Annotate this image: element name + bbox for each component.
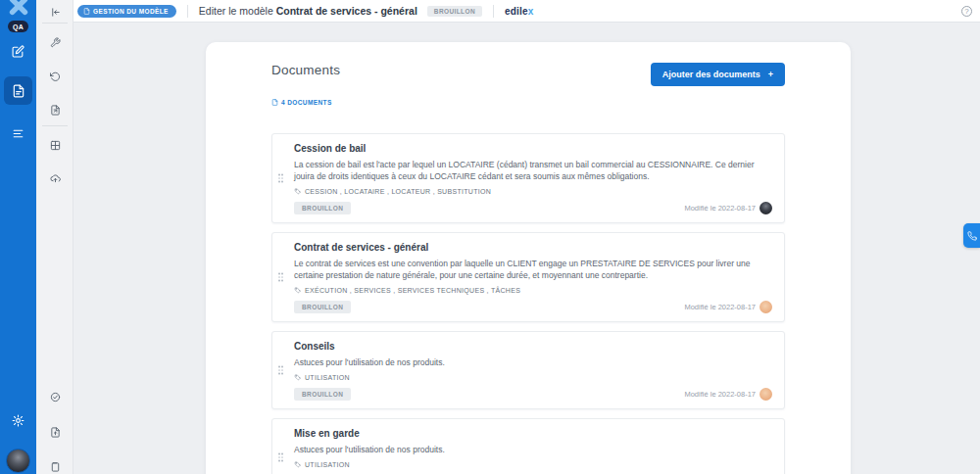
document-card[interactable]: Contrat de services - général Le contrat… xyxy=(271,232,785,322)
rail-item-import-file[interactable] xyxy=(36,422,74,442)
gear-icon xyxy=(12,414,24,427)
check-circle-icon xyxy=(50,392,61,403)
document-title: Contrat de services - général xyxy=(294,242,772,253)
tag-icon xyxy=(294,461,301,468)
support-widget-button[interactable] xyxy=(963,223,980,248)
tag-icon xyxy=(294,287,301,294)
document-card[interactable]: Conseils Astuces pour l'utilisation de n… xyxy=(271,331,785,409)
documents-count-link[interactable]: 4 DOCUMENTS xyxy=(271,99,332,106)
file-up-icon xyxy=(50,427,61,438)
rail-item-cloud-upload[interactable] xyxy=(36,168,74,188)
document-status-badge: BROUILLON xyxy=(294,301,351,313)
rail-divider xyxy=(42,125,68,126)
editor-avatar xyxy=(760,301,772,313)
grid-icon xyxy=(50,140,61,151)
user-avatar[interactable] xyxy=(6,449,30,473)
document-title: Conseils xyxy=(294,341,772,352)
document-title: Mise en garde xyxy=(294,428,772,439)
context-badge[interactable]: GESTION DU MODÈLE xyxy=(77,5,176,18)
topbar-divider xyxy=(187,5,188,18)
rail-item-tools[interactable] xyxy=(36,32,74,52)
document-description: Le contrat de services est une conventio… xyxy=(294,258,764,281)
document-description: Astuces pour l'utilisation de nos produi… xyxy=(294,444,764,455)
file-arrow-icon xyxy=(50,105,61,116)
topbar-divider xyxy=(493,5,494,18)
help-icon[interactable]: ? xyxy=(961,6,972,17)
rail-item-grid[interactable] xyxy=(36,135,74,155)
rail-item-validate[interactable] xyxy=(36,387,74,406)
document-card[interactable]: Mise en garde Astuces pour l'utilisation… xyxy=(271,418,785,474)
rail-item-history[interactable] xyxy=(36,67,74,86)
brand-logo: edilex xyxy=(505,6,534,17)
app-logo-icon xyxy=(8,0,29,17)
document-description: Astuces pour l'utilisation de nos produi… xyxy=(294,356,764,368)
sidebar-item-templates-active[interactable] xyxy=(4,76,32,105)
tag-icon xyxy=(294,188,301,195)
tag-icon xyxy=(294,374,301,381)
template-document-icon xyxy=(12,84,25,98)
document-modified: Modifié le 2022-08-17 xyxy=(684,388,772,401)
document-tags: EXÉCUTION , SERVICES , SERVICES TECHNIQU… xyxy=(294,287,772,294)
qa-environment-badge: QA xyxy=(8,21,28,32)
clipboard-icon xyxy=(50,461,61,472)
sidebar-item-list[interactable] xyxy=(0,122,36,144)
add-documents-button[interactable]: Ajouter des documents+ xyxy=(651,63,785,86)
document-tags: UTILISATION xyxy=(294,461,772,468)
secondary-toolbar xyxy=(36,0,74,474)
collapse-left-icon xyxy=(50,7,61,18)
plus-icon: + xyxy=(768,70,773,79)
context-badge-label: GESTION DU MODÈLE xyxy=(93,8,169,15)
document-description: La cession de bail est l'acte par lequel… xyxy=(294,159,764,182)
sidebar-item-edit-document[interactable] xyxy=(0,40,36,62)
drag-handle-icon[interactable] xyxy=(278,273,283,282)
document-icon xyxy=(83,8,90,15)
drag-handle-icon[interactable] xyxy=(278,366,283,375)
document-list: Cession de bail La cession de bail est l… xyxy=(271,133,785,474)
rail-divider xyxy=(42,23,68,24)
page-title: Editer le modèle Contrat de services - g… xyxy=(199,5,417,17)
document-modified: Modifié le 2022-08-17 xyxy=(684,202,772,214)
wrench-icon xyxy=(50,37,61,48)
document-tags: UTILISATION xyxy=(294,374,772,381)
phone-icon xyxy=(967,231,977,241)
documents-heading: Documents xyxy=(271,63,340,77)
template-name: Contrat de services - général xyxy=(276,5,417,17)
documents-panel: Documents Ajouter des documents+ 4 DOCUM… xyxy=(206,42,851,474)
status-badge: BROUILLON xyxy=(427,6,482,17)
collapse-panel-button[interactable] xyxy=(36,2,74,22)
drag-handle-icon[interactable] xyxy=(278,174,283,183)
edit-document-icon xyxy=(12,45,24,58)
document-status-badge: BROUILLON xyxy=(294,388,351,401)
cloud-upload-icon xyxy=(50,173,61,184)
rail-item-clipboard[interactable] xyxy=(36,456,74,474)
rail-item-export-document[interactable] xyxy=(36,100,74,119)
document-tags: CESSION , LOCATAIRE , LOCATEUR , SUBSTIT… xyxy=(294,188,772,195)
document-card[interactable]: Cession de bail La cession de bail est l… xyxy=(271,133,785,223)
sidebar-item-settings[interactable] xyxy=(0,409,36,431)
editor-avatar xyxy=(760,202,772,214)
history-icon xyxy=(50,71,61,82)
list-icon xyxy=(12,127,24,140)
drag-handle-icon[interactable] xyxy=(278,453,283,462)
topbar: GESTION DU MODÈLE Editer le modèle Contr… xyxy=(74,0,980,23)
editor-avatar xyxy=(760,388,772,401)
document-modified: Modifié le 2022-08-17 xyxy=(684,301,772,313)
primary-sidebar: QA xyxy=(0,0,36,474)
brand-logo-accent: x xyxy=(528,6,534,17)
main-background: Documents Ajouter des documents+ 4 DOCUM… xyxy=(74,23,980,474)
document-status-badge: BROUILLON xyxy=(294,202,351,214)
document-title: Cession de bail xyxy=(294,143,772,154)
document-icon xyxy=(271,99,278,106)
